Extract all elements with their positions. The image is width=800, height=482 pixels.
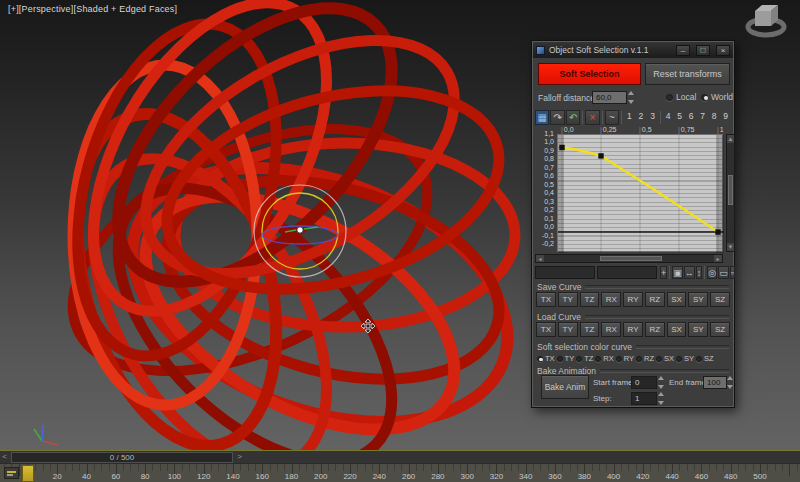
- radio-world[interactable]: World: [701, 92, 733, 102]
- slot-button-2[interactable]: 2: [636, 110, 647, 124]
- color-curve-radio-sy[interactable]: SY: [676, 354, 694, 363]
- nav-zoom-horizontal-extents-icon[interactable]: ↔: [684, 266, 695, 279]
- slot-button-3[interactable]: 3: [647, 110, 658, 124]
- toolbar-paste-curve-icon[interactable]: ↶: [566, 110, 580, 125]
- curve-value-field-2[interactable]: [597, 266, 657, 279]
- curve-value-field-1[interactable]: [535, 266, 595, 279]
- start-frame-field[interactable]: 0: [631, 376, 657, 389]
- minimize-button[interactable]: –: [676, 45, 690, 56]
- nav-zoom-icon[interactable]: ◎: [707, 266, 717, 279]
- scroll-down-arrow[interactable]: ▼: [727, 243, 734, 251]
- load-curve-button-tz[interactable]: TZ: [580, 322, 600, 337]
- load-curve-button-sz[interactable]: SZ: [710, 322, 730, 337]
- toolbar-copy-curve-icon[interactable]: ↷: [550, 110, 564, 125]
- start-frame-spinner[interactable]: [658, 376, 666, 389]
- save-curve-button-ry[interactable]: RY: [623, 292, 643, 307]
- track-bar: < 0 / 500 >: [0, 450, 800, 463]
- scroll-right-arrow[interactable]: ▸: [714, 255, 722, 262]
- scroll-up-arrow[interactable]: ▲: [727, 135, 734, 143]
- load-curve-button-sy[interactable]: SY: [688, 322, 708, 337]
- nav-pan-icon[interactable]: +: [660, 266, 667, 279]
- slot-button-4[interactable]: 4: [663, 110, 674, 124]
- end-frame-spinner[interactable]: [727, 376, 735, 389]
- falloff-spinner[interactable]: [628, 91, 636, 104]
- color-curve-radio-rx[interactable]: RX: [595, 354, 613, 363]
- radio-circle[interactable]: [676, 356, 682, 362]
- save-curve-button-rx[interactable]: RX: [601, 292, 621, 307]
- color-curve-radio-tx[interactable]: TX: [537, 354, 555, 363]
- end-frame-field[interactable]: 100: [703, 376, 727, 389]
- radio-world-circle[interactable]: [701, 94, 708, 101]
- nav-zoom-region-icon[interactable]: ▭: [718, 266, 729, 279]
- save-curve-button-sz[interactable]: SZ: [710, 292, 730, 307]
- save-curve-button-sy[interactable]: SY: [688, 292, 708, 307]
- radio-local-circle[interactable]: [666, 94, 673, 101]
- curve-key-point[interactable]: [715, 229, 720, 234]
- radio-circle[interactable]: [696, 356, 702, 362]
- load-curve-button-rz[interactable]: RZ: [645, 322, 665, 337]
- load-curve-button-rx[interactable]: RX: [601, 322, 621, 337]
- next-frame-button[interactable]: >: [235, 452, 244, 463]
- bake-anim-button[interactable]: Bake Anim: [541, 375, 589, 399]
- radio-circle[interactable]: [595, 356, 601, 362]
- slot-button-9[interactable]: 9: [720, 110, 731, 124]
- falloff-distance-field[interactable]: 60,0: [592, 91, 627, 104]
- step-spinner[interactable]: [658, 392, 666, 405]
- load-curve-button-tx[interactable]: TX: [536, 322, 556, 337]
- viewport[interactable]: [+][Perspective][Shaded + Edged Faces]: [0, 0, 800, 450]
- close-button[interactable]: ×: [716, 45, 730, 56]
- vscroll-thumb[interactable]: [728, 175, 733, 205]
- frame-display[interactable]: 0 / 500: [11, 452, 233, 463]
- color-curve-radio-ry[interactable]: RY: [616, 354, 634, 363]
- load-curve-button-ty[interactable]: TY: [558, 322, 578, 337]
- graph-horizontal-scrollbar[interactable]: ◂ ▸: [535, 254, 723, 263]
- timeline-ruler[interactable]: 2040608010012014016018020022024026028030…: [0, 463, 800, 482]
- save-curve-button-tz[interactable]: TZ: [580, 292, 600, 307]
- slot-button-8[interactable]: 8: [709, 110, 720, 124]
- color-curve-radio-rz[interactable]: RZ: [636, 354, 654, 363]
- save-curve-button-rz[interactable]: RZ: [645, 292, 665, 307]
- toolbar-delete-key-icon[interactable]: ×: [585, 110, 599, 125]
- toolbar-move-keys-icon[interactable]: ▦: [535, 110, 549, 125]
- red-rings-object[interactable]: [36, 0, 543, 450]
- color-curve-radio-sx[interactable]: SX: [656, 354, 674, 363]
- radio-circle[interactable]: [557, 356, 563, 362]
- nav-zoom-extents-icon[interactable]: ▣: [672, 266, 683, 279]
- curve-graph[interactable]: [557, 134, 723, 252]
- graph-vertical-scrollbar[interactable]: ▲ ▼: [726, 134, 735, 252]
- previous-frame-button[interactable]: <: [0, 452, 9, 463]
- curve-key-point[interactable]: [598, 153, 603, 158]
- load-curve-button-ry[interactable]: RY: [623, 322, 643, 337]
- save-curve-button-ty[interactable]: TY: [558, 292, 578, 307]
- radio-circle[interactable]: [656, 356, 662, 362]
- toolbar-snap-curve-icon[interactable]: ~: [605, 110, 619, 125]
- slot-button-1[interactable]: 1: [624, 110, 635, 124]
- radio-circle[interactable]: [537, 356, 543, 362]
- scroll-left-arrow[interactable]: ◂: [536, 255, 544, 262]
- viewport-label[interactable]: [+][Perspective][Shaded + Edged Faces]: [8, 4, 177, 14]
- nav-frame-curve-icon[interactable]: ▫: [730, 266, 735, 279]
- color-curve-radio-ty[interactable]: TY: [557, 354, 575, 363]
- hscroll-thumb[interactable]: [600, 256, 662, 261]
- slot-button-7[interactable]: 7: [697, 110, 708, 124]
- curve-key-point[interactable]: [559, 145, 564, 150]
- radio-circle[interactable]: [616, 356, 622, 362]
- load-curve-button-sx[interactable]: SX: [667, 322, 687, 337]
- mini-trackbar-icon[interactable]: [4, 467, 19, 479]
- dialog-titlebar[interactable]: Object Soft Selection v.1.1 – □ ×: [533, 42, 733, 58]
- radio-circle[interactable]: [636, 356, 642, 362]
- color-curve-radio-sz[interactable]: SZ: [696, 354, 714, 363]
- save-curve-button-tx[interactable]: TX: [536, 292, 556, 307]
- color-curve-radio-tz[interactable]: TZ: [576, 354, 593, 363]
- slot-button-5[interactable]: 5: [674, 110, 685, 124]
- time-slider[interactable]: [22, 465, 34, 482]
- radio-local[interactable]: Local: [666, 92, 696, 102]
- step-field[interactable]: 1: [631, 392, 657, 405]
- soft-selection-button[interactable]: Soft Selection: [538, 63, 641, 85]
- maximize-button[interactable]: □: [696, 45, 710, 56]
- reset-transforms-button[interactable]: Reset transforms: [645, 63, 730, 85]
- save-curve-button-sx[interactable]: SX: [667, 292, 687, 307]
- radio-circle[interactable]: [576, 356, 582, 362]
- slot-button-6[interactable]: 6: [686, 110, 697, 124]
- nav-zoom-vertical-extents-icon[interactable]: ↕: [696, 266, 703, 279]
